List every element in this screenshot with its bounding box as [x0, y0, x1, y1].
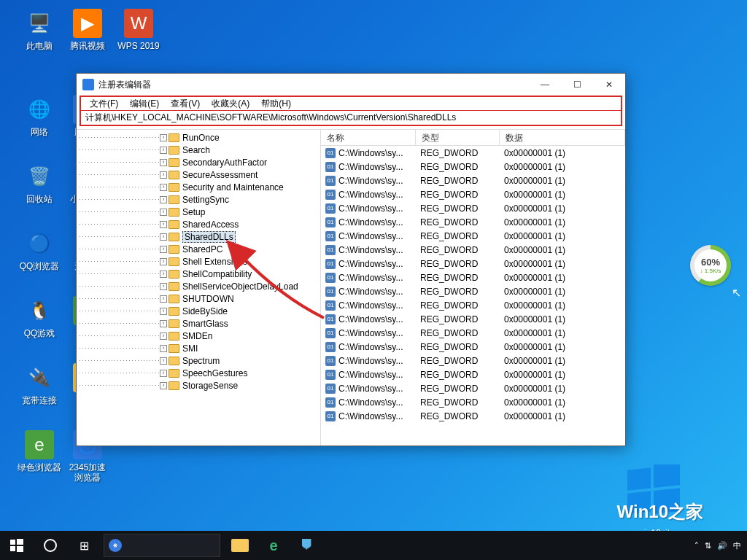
tree-item[interactable]: ›Setup: [80, 206, 321, 218]
value-row[interactable]: 01C:\Windows\sy...REG_DWORD0x00000001 (1…: [321, 229, 625, 243]
tree-item[interactable]: ›SharedDLLs: [80, 230, 321, 243]
value-row[interactable]: 01C:\Windows\sy...REG_DWORD0x00000001 (1…: [321, 257, 625, 271]
value-row[interactable]: 01C:\Windows\sy...REG_DWORD0x00000001 (1…: [321, 201, 625, 215]
desktop-icon[interactable]: 🗑️回收站: [18, 162, 61, 204]
value-row[interactable]: 01C:\Windows\sy...REG_DWORD0x00000001 (1…: [321, 368, 625, 381]
expand-icon[interactable]: ›: [160, 184, 167, 191]
address-bar[interactable]: 计算机\HKEY_LOCAL_MACHINE\SOFTWARE\Microsof…: [80, 110, 622, 126]
expand-icon[interactable]: ›: [160, 271, 167, 278]
taskview-button[interactable]: ⊞: [67, 531, 101, 560]
expand-icon[interactable]: ›: [160, 295, 167, 303]
list-pane[interactable]: 名称 类型 数据 01C:\Windows\sy...REG_DWORD0x00…: [321, 130, 625, 446]
expand-icon[interactable]: ›: [160, 196, 167, 203]
tb-app-edge[interactable]: e: [257, 531, 290, 560]
desktop-icon[interactable]: 🔵QQ浏览器: [18, 229, 61, 271]
start-button[interactable]: [0, 531, 34, 560]
taskbar-search[interactable]: [104, 534, 220, 557]
col-data[interactable]: 数据: [500, 130, 625, 145]
expand-icon[interactable]: ›: [160, 246, 167, 253]
expand-icon[interactable]: ›: [160, 171, 167, 179]
desktop-icon[interactable]: WWPS 2019: [117, 9, 160, 51]
value-row[interactable]: 01C:\Windows\sy...REG_DWORD0x00000001 (1…: [321, 215, 625, 229]
tree-item[interactable]: ›SMI: [80, 342, 321, 354]
tray-network-icon[interactable]: ⇅: [705, 541, 711, 551]
tree-item[interactable]: ›SharedPC: [80, 243, 321, 255]
value-row[interactable]: 01C:\Windows\sy...REG_DWORD0x00000001 (1…: [321, 298, 625, 312]
expand-icon[interactable]: ›: [160, 147, 167, 154]
tree-item[interactable]: ›SecondaryAuthFactor: [80, 156, 321, 168]
col-name[interactable]: 名称: [321, 130, 416, 145]
tree-item[interactable]: ›SideBySide: [80, 305, 321, 317]
desktop-icon[interactable]: e绿色浏览器: [18, 430, 61, 472]
desktop-icon[interactable]: 🌐网络: [18, 95, 61, 137]
desktop-icon[interactable]: 🐧QQ游戏: [18, 296, 61, 338]
desktop-icon[interactable]: 🖥️此电脑: [18, 9, 61, 51]
tree-item[interactable]: ›Shell Extensions: [80, 255, 321, 268]
value-row[interactable]: 01C:\Windows\sy...REG_DWORD0x00000001 (1…: [321, 271, 625, 284]
tree-item[interactable]: ›SettingSync: [80, 193, 321, 206]
menu-file[interactable]: 文件(F): [85, 98, 123, 110]
tree-item[interactable]: ›SpeechGestures: [80, 367, 321, 379]
tb-app-folder[interactable]: [223, 531, 257, 560]
expand-icon[interactable]: ›: [160, 209, 167, 216]
value-row[interactable]: 01C:\Windows\sy...REG_DWORD0x00000001 (1…: [321, 284, 625, 298]
tree-item[interactable]: ›ShellCompatibility: [80, 268, 321, 280]
value-row[interactable]: 01C:\Windows\sy...REG_DWORD0x00000001 (1…: [321, 409, 625, 423]
expand-icon[interactable]: ›: [160, 308, 167, 315]
close-button[interactable]: ✕: [593, 74, 625, 96]
value-row[interactable]: 01C:\Windows\sy...REG_DWORD0x00000001 (1…: [321, 243, 625, 257]
tree-item[interactable]: ›Security and Maintenance: [80, 181, 321, 193]
expand-icon[interactable]: ›: [160, 159, 167, 166]
tree-item[interactable]: ›SHUTDOWN: [80, 292, 321, 305]
expand-icon[interactable]: ›: [160, 258, 167, 265]
menu-edit[interactable]: 编辑(E): [125, 98, 163, 110]
tree-item[interactable]: ›SMDEn: [80, 330, 321, 342]
value-row[interactable]: 01C:\Windows\sy...REG_DWORD0x00000001 (1…: [321, 312, 625, 326]
tree-item[interactable]: ›RunOnce: [80, 131, 321, 144]
desktop-icon[interactable]: 🔌宽带连接: [18, 363, 61, 405]
tree-item[interactable]: ›Spectrum: [80, 354, 321, 367]
tree-pane[interactable]: ›RunOnce›Search›SecondaryAuthFactor›Secu…: [77, 130, 321, 446]
expand-icon[interactable]: ›: [160, 357, 167, 365]
system-tray[interactable]: ˄ ⇅ 🔊 中: [694, 540, 747, 551]
desktop-icon[interactable]: ▶腾讯视频: [66, 9, 109, 51]
expand-icon[interactable]: ›: [160, 382, 167, 389]
expand-icon[interactable]: ›: [160, 370, 167, 377]
value-row[interactable]: 01C:\Windows\sy...REG_DWORD0x00000001 (1…: [321, 146, 625, 160]
tray-volume-icon[interactable]: 🔊: [717, 541, 727, 551]
titlebar[interactable]: 注册表编辑器 — ☐ ✕: [77, 74, 625, 96]
expand-icon[interactable]: ›: [160, 320, 167, 327]
menu-favorites[interactable]: 收藏夹(A): [207, 98, 254, 110]
expand-icon[interactable]: ›: [160, 134, 167, 141]
value-row[interactable]: 01C:\Windows\sy...REG_DWORD0x00000001 (1…: [321, 395, 625, 409]
expand-icon[interactable]: ›: [160, 283, 167, 290]
tree-item[interactable]: ›SecureAssessment: [80, 168, 321, 181]
cortana-button[interactable]: [34, 531, 67, 560]
col-type[interactable]: 类型: [416, 130, 500, 145]
expand-icon[interactable]: ›: [160, 233, 167, 241]
value-type: REG_DWORD: [416, 190, 500, 200]
value-row[interactable]: 01C:\Windows\sy...REG_DWORD0x00000001 (1…: [321, 187, 625, 201]
tray-ime-icon[interactable]: 中: [733, 540, 741, 551]
tree-item[interactable]: ›ShellServiceObjectDelayLoad: [80, 280, 321, 292]
tray-up-icon[interactable]: ˄: [694, 541, 699, 551]
expand-icon[interactable]: ›: [160, 332, 167, 340]
tree-item[interactable]: ›Search: [80, 144, 321, 156]
menu-view[interactable]: 查看(V): [166, 98, 204, 110]
expand-icon[interactable]: ›: [160, 221, 167, 228]
minimize-button[interactable]: —: [529, 74, 561, 96]
menu-help[interactable]: 帮助(H): [257, 98, 295, 110]
tree-item[interactable]: ›SmartGlass: [80, 317, 321, 330]
maximize-button[interactable]: ☐: [561, 74, 593, 96]
tb-app-store[interactable]: ⛊: [290, 531, 324, 560]
tree-item[interactable]: ›SharedAccess: [80, 218, 321, 230]
expand-icon[interactable]: ›: [160, 345, 167, 352]
value-row[interactable]: 01C:\Windows\sy...REG_DWORD0x00000001 (1…: [321, 160, 625, 174]
speed-gauge[interactable]: 60% ↓ 1.5K/s: [690, 245, 731, 286]
value-row[interactable]: 01C:\Windows\sy...REG_DWORD0x00000001 (1…: [321, 174, 625, 187]
value-row[interactable]: 01C:\Windows\sy...REG_DWORD0x00000001 (1…: [321, 326, 625, 340]
tree-item[interactable]: ›StorageSense: [80, 379, 321, 392]
value-row[interactable]: 01C:\Windows\sy...REG_DWORD0x00000001 (1…: [321, 381, 625, 395]
value-row[interactable]: 01C:\Windows\sy...REG_DWORD0x00000001 (1…: [321, 354, 625, 368]
value-row[interactable]: 01C:\Windows\sy...REG_DWORD0x00000001 (1…: [321, 340, 625, 354]
